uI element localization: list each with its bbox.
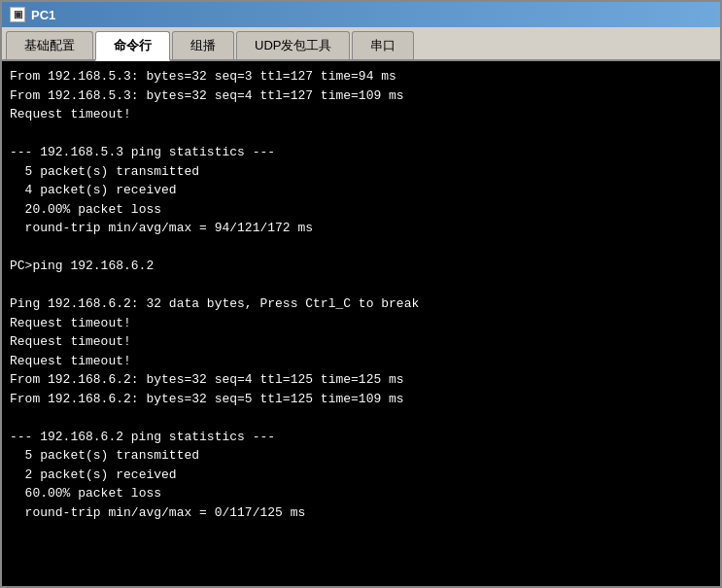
terminal-text: From 192.168.5.3: bytes=32 seq=3 ttl=127…: [10, 67, 712, 522]
tab-serial[interactable]: 串口: [352, 31, 414, 59]
tab-command-line[interactable]: 命令行: [95, 31, 170, 61]
window-title: PC1: [31, 8, 55, 22]
tab-basic-config[interactable]: 基础配置: [6, 31, 93, 59]
terminal-output[interactable]: From 192.168.5.3: bytes=32 seq=3 ttl=127…: [2, 61, 720, 586]
main-window: ▣ PC1 基础配置 命令行 组播 UDP发包工具 串口 From 192.16…: [0, 0, 722, 588]
window-icon: ▣: [10, 7, 25, 22]
tab-udp-tool[interactable]: UDP发包工具: [236, 31, 350, 59]
tab-multicast[interactable]: 组播: [172, 31, 234, 59]
tab-bar: 基础配置 命令行 组播 UDP发包工具 串口: [2, 27, 720, 61]
title-bar: ▣ PC1: [2, 2, 720, 27]
